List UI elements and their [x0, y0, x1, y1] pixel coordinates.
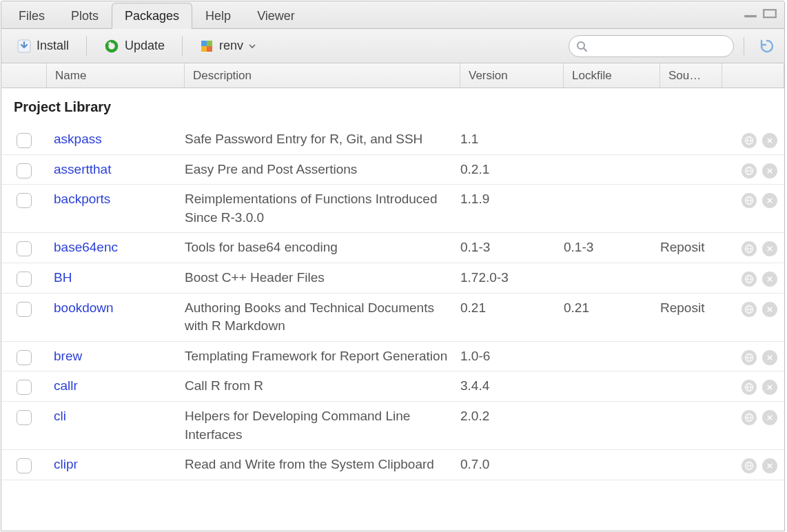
- package-version: 0.7.0: [460, 456, 564, 472]
- close-icon[interactable]: [762, 193, 777, 208]
- minimize-icon[interactable]: [743, 8, 758, 19]
- package-source: [660, 377, 722, 378]
- package-lockfile: [564, 190, 660, 192]
- table-row: backportsReimplementations of Functions …: [1, 185, 784, 233]
- package-checkbox[interactable]: [17, 272, 32, 287]
- close-icon[interactable]: [762, 350, 777, 365]
- package-checkbox[interactable]: [17, 302, 32, 317]
- column-source[interactable]: Sou…: [660, 63, 722, 88]
- svg-rect-4: [201, 41, 207, 46]
- package-name-link[interactable]: bookdown: [54, 300, 114, 315]
- globe-icon[interactable]: [742, 410, 757, 425]
- close-icon[interactable]: [762, 410, 777, 425]
- package-name-link[interactable]: askpass: [54, 132, 102, 146]
- packages-list[interactable]: Project Library askpassSafe Password Ent…: [1, 88, 784, 531]
- toolbar-separator: [182, 37, 183, 56]
- package-description: Read and Write from the System Clipboard: [185, 456, 460, 474]
- close-icon[interactable]: [762, 133, 777, 148]
- column-description[interactable]: Description: [185, 63, 460, 88]
- search-box[interactable]: [569, 35, 734, 57]
- package-name-link[interactable]: BH: [54, 270, 72, 285]
- table-row: bookdownAuthoring Books and Technical Do…: [1, 294, 784, 342]
- tab-viewer[interactable]: Viewer: [244, 3, 308, 29]
- package-checkbox[interactable]: [17, 163, 32, 178]
- table-row: askpassSafe Password Entry for R, Git, a…: [1, 125, 784, 155]
- package-checkbox[interactable]: [17, 380, 32, 395]
- table-row: cliprRead and Write from the System Clip…: [1, 450, 784, 480]
- package-source: [660, 269, 722, 270]
- package-lockfile: [564, 130, 660, 132]
- package-description: Reimplementations of Functions Introduce…: [185, 190, 460, 227]
- globe-icon[interactable]: [742, 458, 757, 473]
- globe-icon[interactable]: [742, 241, 757, 256]
- table-row: callrCall R from R3.4.4: [1, 371, 784, 402]
- globe-icon[interactable]: [742, 302, 757, 317]
- package-description: Easy Pre and Post Assertions: [185, 161, 460, 179]
- packages-pane: FilesPlotsPackagesHelpViewer Install: [1, 1, 785, 531]
- package-name-link[interactable]: brew: [54, 349, 82, 363]
- package-lockfile: [564, 347, 660, 349]
- column-version[interactable]: Version: [460, 63, 564, 88]
- close-icon[interactable]: [762, 380, 777, 395]
- table-row: BHBoost C++ Header Files1.72.0-3: [1, 263, 784, 294]
- tab-help[interactable]: Help: [192, 3, 244, 29]
- close-icon[interactable]: [762, 458, 777, 473]
- column-lockfile[interactable]: Lockfile: [564, 63, 660, 88]
- close-icon[interactable]: [762, 163, 777, 178]
- package-checkbox[interactable]: [17, 193, 32, 208]
- update-button[interactable]: Update: [95, 35, 174, 57]
- search-input[interactable]: [591, 40, 726, 52]
- maximize-icon[interactable]: [762, 8, 777, 19]
- tab-plots[interactable]: Plots: [58, 3, 112, 29]
- package-lockfile: 0.21: [564, 299, 660, 316]
- install-button[interactable]: Install: [8, 35, 78, 57]
- package-version: 1.1.9: [460, 190, 564, 207]
- package-name-link[interactable]: base64enc: [54, 240, 118, 254]
- column-name[interactable]: Name: [47, 63, 185, 88]
- install-label: Install: [37, 39, 69, 53]
- package-name-link[interactable]: clipr: [54, 457, 78, 471]
- section-header: Project Library: [1, 88, 784, 125]
- package-description: Authoring Books and Technical Documents …: [185, 299, 460, 336]
- package-lockfile: [564, 161, 660, 162]
- globe-icon[interactable]: [742, 350, 757, 365]
- close-icon[interactable]: [762, 241, 777, 256]
- toolbar-separator: [86, 37, 87, 56]
- globe-icon[interactable]: [742, 163, 757, 178]
- svg-rect-7: [207, 46, 212, 52]
- refresh-button[interactable]: [757, 36, 777, 57]
- package-checkbox[interactable]: [17, 241, 32, 256]
- globe-icon[interactable]: [742, 272, 757, 287]
- package-checkbox[interactable]: [17, 133, 32, 148]
- tab-packages[interactable]: Packages: [112, 3, 192, 29]
- update-icon: [104, 39, 119, 54]
- globe-icon[interactable]: [742, 133, 757, 148]
- renv-icon: [200, 39, 214, 53]
- tab-files[interactable]: Files: [6, 3, 58, 29]
- svg-line-9: [584, 48, 586, 51]
- package-name-link[interactable]: backports: [54, 192, 110, 206]
- renv-menu-button[interactable]: renv: [191, 35, 265, 57]
- package-name-link[interactable]: assertthat: [54, 162, 111, 176]
- package-version: 2.0.2: [460, 407, 564, 424]
- package-checkbox[interactable]: [17, 410, 32, 425]
- svg-rect-6: [201, 46, 207, 52]
- table-row: brewTemplating Framework for Report Gene…: [1, 342, 784, 372]
- package-version: 1.0-6: [460, 347, 564, 364]
- close-icon[interactable]: [762, 302, 777, 317]
- package-checkbox[interactable]: [17, 350, 32, 365]
- package-name-link[interactable]: cli: [54, 409, 66, 423]
- toolbar-separator: [744, 37, 744, 55]
- chevron-down-icon: [249, 43, 256, 50]
- package-source: Reposit: [660, 299, 722, 316]
- package-name-link[interactable]: callr: [54, 378, 78, 393]
- globe-icon[interactable]: [742, 193, 757, 208]
- package-checkbox[interactable]: [17, 458, 32, 473]
- globe-icon[interactable]: [742, 380, 757, 395]
- package-version: 1.1: [460, 130, 564, 147]
- package-version: 1.72.0-3: [460, 269, 564, 285]
- package-lockfile: [564, 456, 660, 457]
- package-lockfile: [564, 377, 660, 378]
- close-icon[interactable]: [762, 272, 777, 287]
- column-checkbox: [1, 63, 47, 88]
